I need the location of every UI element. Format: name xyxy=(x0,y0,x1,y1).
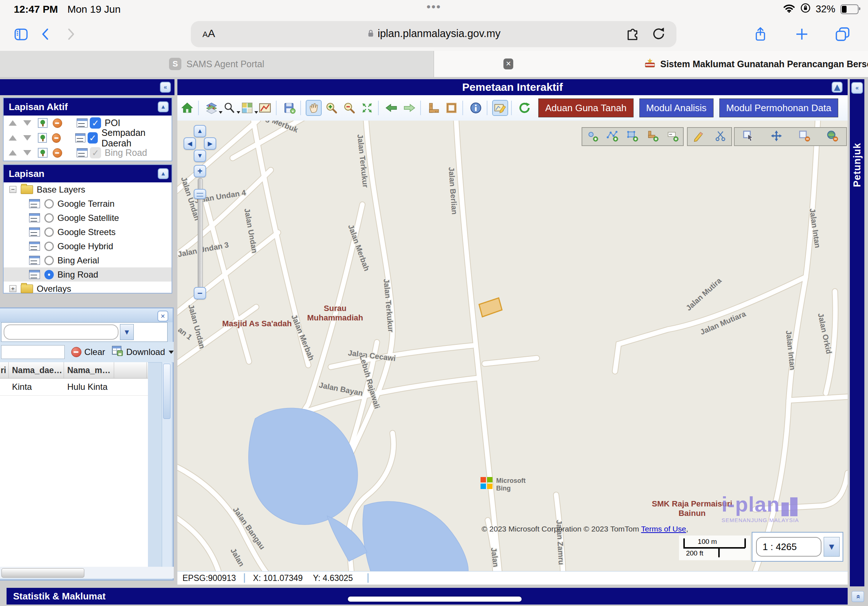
move-layer-down-icon[interactable] xyxy=(23,120,31,126)
layer-legend-icon[interactable] xyxy=(38,118,48,128)
cut-icon[interactable] xyxy=(715,130,726,143)
download-button[interactable]: Download xyxy=(112,346,174,359)
select-feature-icon[interactable] xyxy=(742,130,754,143)
measure-length-tool[interactable] xyxy=(426,100,442,116)
pan-up-icon[interactable]: ▲ xyxy=(194,125,206,137)
base-layer-radio[interactable] xyxy=(44,227,54,237)
move-layer-up-icon[interactable] xyxy=(9,135,17,141)
pan-right-icon[interactable]: ▶ xyxy=(204,137,216,150)
column-header[interactable]: Nama_dae… xyxy=(9,362,64,378)
sidebar-toggle-icon[interactable] xyxy=(13,26,29,42)
expand-node-icon[interactable]: + xyxy=(9,285,16,292)
remove-layer-icon[interactable] xyxy=(53,118,62,128)
edit-geometry-icon[interactable] xyxy=(693,130,704,143)
back-icon[interactable] xyxy=(38,26,54,42)
zoom-menu-tool[interactable] xyxy=(222,100,237,116)
clear-selection-icon[interactable] xyxy=(826,130,838,143)
base-layer-row[interactable]: Google Hybrid xyxy=(4,239,172,253)
identify-tool[interactable] xyxy=(468,100,484,116)
statistics-expand-icon[interactable]: » xyxy=(852,591,864,602)
module-button-modul-permohonan-data[interactable]: Modul Permohonan Data xyxy=(719,99,838,117)
terms-of-use-link[interactable]: Terms of Use xyxy=(641,525,686,533)
layer-menu-tool[interactable] xyxy=(203,100,220,116)
search-input[interactable] xyxy=(4,325,118,340)
tab-iplan-active[interactable]: × Sistem Maklumat Gunatanah Perancangan … xyxy=(434,51,868,77)
remove-layer-icon[interactable] xyxy=(52,133,61,143)
move-layer-down-icon[interactable] xyxy=(23,150,31,156)
reload-icon[interactable] xyxy=(651,26,666,43)
results-vertical-scrollbar[interactable] xyxy=(162,362,172,568)
base-layer-radio[interactable] xyxy=(44,213,54,223)
tree-node-overlays[interactable]: +Overlays xyxy=(4,281,172,296)
basemap-menu-tool[interactable] xyxy=(239,100,255,116)
move-feature-icon[interactable] xyxy=(770,130,782,143)
legend-tab-label[interactable]: Petunjuk xyxy=(852,143,863,187)
zoom-in-button[interactable]: + xyxy=(194,165,206,177)
base-layer-row[interactable]: Bing Road xyxy=(4,267,172,281)
column-header[interactable] xyxy=(114,362,147,378)
extensions-icon[interactable] xyxy=(625,26,640,43)
combobox-dropdown-icon[interactable]: ▼ xyxy=(120,324,134,340)
home-tool[interactable] xyxy=(179,100,195,116)
full-extent-tool[interactable] xyxy=(359,100,375,116)
pan-tool[interactable] xyxy=(306,100,322,116)
column-header[interactable]: Nama_m… xyxy=(64,362,114,378)
base-layer-radio[interactable] xyxy=(44,199,54,209)
base-layer-row[interactable]: Bing Aerial xyxy=(4,253,172,267)
overview-map-tool[interactable] xyxy=(257,100,273,116)
move-layer-up-icon[interactable] xyxy=(9,120,17,126)
remove-layer-icon[interactable] xyxy=(53,148,62,158)
save-session-tool[interactable] xyxy=(281,100,297,116)
scale-dropdown-icon[interactable]: ▼ xyxy=(824,537,840,557)
results-horizontal-scrollbar[interactable] xyxy=(0,567,174,578)
draw-line-icon[interactable] xyxy=(607,130,618,143)
layer-legend-icon[interactable] xyxy=(38,133,47,143)
layer-checkbox[interactable]: ✓ xyxy=(88,132,98,144)
home-indicator[interactable] xyxy=(348,597,522,601)
layer-properties-icon[interactable] xyxy=(29,256,40,265)
map-canvas[interactable]: Lorong MerbukJalan UndanJalan Undan 4Jal… xyxy=(177,121,848,571)
layer-properties-icon[interactable] xyxy=(77,118,88,128)
url-bar[interactable]: AA iplan.planmalaysia.gov.my xyxy=(191,21,676,47)
layer-checkbox[interactable]: ✓ xyxy=(90,117,101,128)
draw-measure-icon[interactable] xyxy=(647,130,659,143)
url-text[interactable]: iplan.planmalaysia.gov.my xyxy=(191,28,676,40)
base-layer-radio[interactable] xyxy=(44,270,54,279)
previous-extent-tool[interactable] xyxy=(383,100,400,116)
measure-area-tool[interactable] xyxy=(443,100,459,116)
scale-value-field[interactable]: 1 : 4265 xyxy=(756,537,822,557)
zoom-in-tool[interactable] xyxy=(324,100,339,116)
collapse-node-icon[interactable]: − xyxy=(9,186,16,193)
statistics-bar[interactable]: Statistik & Maklumat xyxy=(6,588,848,604)
tree-node-base-layers[interactable]: −Base Layers xyxy=(4,182,172,196)
layer-properties-icon[interactable] xyxy=(29,213,40,223)
forward-icon[interactable] xyxy=(62,26,79,42)
map-collapse-icon[interactable]: ▲ xyxy=(832,82,843,93)
layer-properties-icon[interactable] xyxy=(75,133,85,142)
draw-point-icon[interactable] xyxy=(587,130,598,143)
base-layer-row[interactable]: Google Streets xyxy=(4,225,172,239)
base-layer-row[interactable]: Google Satellite xyxy=(4,211,172,225)
table-row[interactable]: KintaHulu Kinta xyxy=(0,379,148,396)
pan-left-icon[interactable]: ◀ xyxy=(184,137,196,150)
share-icon[interactable] xyxy=(752,26,769,42)
map-edit-tool[interactable] xyxy=(492,100,508,116)
layer-properties-icon[interactable] xyxy=(29,199,40,208)
layer-properties-icon[interactable] xyxy=(29,227,40,237)
pan-down-icon[interactable]: ▼ xyxy=(194,150,206,162)
zoom-slider-handle[interactable] xyxy=(194,189,206,199)
draw-polygon-icon[interactable] xyxy=(627,130,638,143)
clear-button[interactable]: Clear xyxy=(71,347,105,357)
tab-sams-agent-portal[interactable]: S SAMS Agent Portal xyxy=(0,51,434,77)
base-layer-radio[interactable] xyxy=(44,241,54,251)
base-layer-radio[interactable] xyxy=(44,256,54,265)
results-filter-field[interactable] xyxy=(1,345,65,359)
layer-properties-icon[interactable] xyxy=(77,148,88,157)
layer-properties-icon[interactable] xyxy=(29,241,40,251)
draw-label-icon[interactable] xyxy=(667,130,679,143)
column-header[interactable]: ri xyxy=(0,362,9,378)
zoom-out-tool[interactable] xyxy=(341,100,357,116)
move-layer-down-icon[interactable] xyxy=(23,135,31,141)
unselect-feature-icon[interactable] xyxy=(798,130,810,143)
module-button-aduan-guna-tanah[interactable]: Aduan Guna Tanah xyxy=(538,99,634,117)
